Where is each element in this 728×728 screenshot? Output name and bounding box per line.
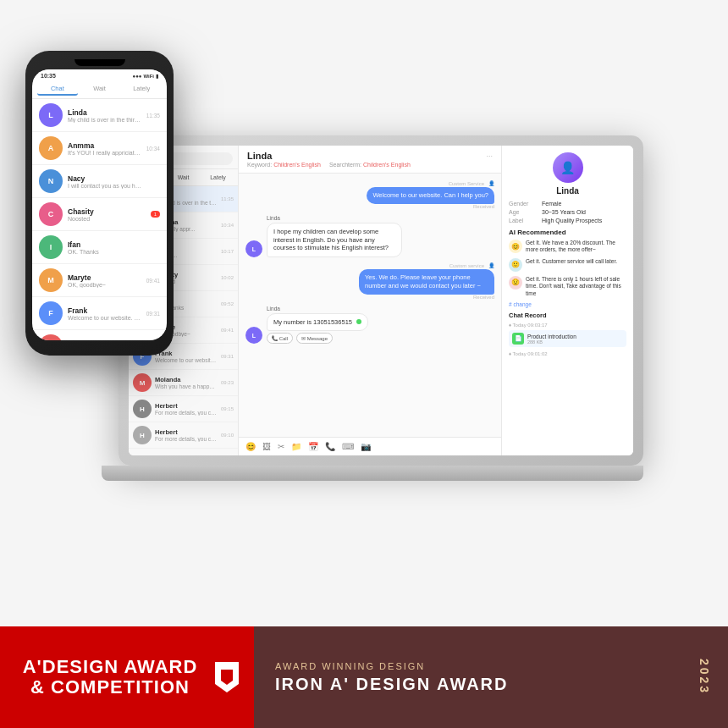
record-file-icon: 📄 bbox=[512, 333, 524, 345]
right-panel-name: Linda bbox=[509, 186, 626, 196]
msg-bubble-2: I hope my children can develop some inte… bbox=[267, 223, 402, 257]
keyboard-icon[interactable]: ⌨ bbox=[342, 442, 354, 451]
record-time-2: ♦ Today 09:01:02 bbox=[509, 351, 626, 356]
camera-icon[interactable]: 📷 bbox=[361, 442, 371, 451]
info-label: Label High Quality Prospects bbox=[509, 218, 626, 223]
msg-avatar-4: L bbox=[245, 327, 262, 344]
phone-tab-lately[interactable]: Lately bbox=[121, 83, 162, 96]
record-time-1: ♦ Today 09:03:17 bbox=[509, 323, 626, 328]
info-age: Age 30~35 Years Old bbox=[509, 209, 626, 215]
sidebar-avatar-herbert: H bbox=[133, 400, 152, 418]
ai-item-3[interactable]: 😟 Get it. There is only 1 hours left of … bbox=[509, 276, 626, 297]
ai-recommended-title: AI Recommended bbox=[509, 229, 626, 236]
phone-tab-wait[interactable]: Wait bbox=[80, 83, 120, 96]
scissors-icon[interactable]: ✂ bbox=[278, 442, 284, 451]
phone-avatar-5: I bbox=[39, 235, 63, 259]
main-area: 10:35 ●●● WiFi ▮ Chat Wait Lately L bbox=[0, 0, 728, 626]
msg-row-3: Custom service 👤 Yes. We do. Please leav… bbox=[245, 262, 494, 301]
phone-list-item-3[interactable]: N Nacy I will contact you as you have fr… bbox=[32, 165, 167, 198]
ai-icon-sad: 😟 bbox=[509, 276, 522, 290]
call-button[interactable]: 📞 Call bbox=[267, 333, 293, 344]
phone-tab-chat[interactable]: Chat bbox=[37, 83, 78, 96]
msg-row-1: Custom Service 👤 Welcome to our website.… bbox=[245, 180, 494, 210]
phone-avatar-8: M bbox=[39, 334, 63, 340]
msg-bubble-3: Yes. We do. Please leave your phone numb… bbox=[359, 269, 494, 295]
phone-avatar-3: N bbox=[39, 169, 63, 193]
info-gender: Gender Female bbox=[509, 201, 626, 207]
banner-title-line1: A'DESIGN AWARD bbox=[23, 657, 198, 677]
laptop-body: 🔍 Search Chat Wait Lately L Linda bbox=[119, 135, 643, 466]
phone-chat-info-3: Nacy I will contact you as you have free… bbox=[68, 174, 155, 189]
phone-avatar-7: F bbox=[39, 301, 63, 325]
ai-item-1[interactable]: 😊 Get It. We have a 20% discount. The mo… bbox=[509, 240, 626, 254]
phone-avatar-2: A bbox=[39, 136, 63, 160]
laptop-right-panel: 👤 Linda Gender Female Age 30~35 Years Ol… bbox=[502, 146, 633, 455]
phone-list-item-2[interactable]: A Anmma It's YOU! I really appriciate it… bbox=[32, 132, 167, 165]
phone-time: 10:35 bbox=[41, 73, 56, 79]
laptop-base bbox=[102, 466, 643, 481]
phone-status-icons: ●●● WiFi ▮ bbox=[133, 73, 158, 79]
right-panel-avatar: 👤 bbox=[553, 152, 583, 183]
phone-chat-info-4: Chasity Noosted bbox=[68, 207, 146, 222]
bottom-banner: A'DESIGN AWARD & COMPETITION AWARD WINNI… bbox=[0, 626, 728, 728]
phone-chat-info-2: Anmma It's YOU! I really appriciate it, … bbox=[68, 141, 141, 156]
laptop-mockup: 🔍 Search Chat Wait Lately L Linda bbox=[119, 135, 643, 491]
sidebar-avatar-molanda: M bbox=[133, 373, 152, 392]
msg-avatar-2: L bbox=[245, 240, 262, 257]
award-year: 2023 bbox=[698, 659, 711, 695]
sidebar-avatar-herbert2: H bbox=[133, 426, 152, 444]
phone-chat-info-1: Linda My child is over in the third grad… bbox=[68, 108, 141, 123]
award-main-title: IRON A' DESIGN AWARD bbox=[275, 675, 509, 694]
image-icon[interactable]: 🖼 bbox=[262, 442, 271, 451]
laptop-screen: 🔍 Search Chat Wait Lately L Linda bbox=[129, 146, 633, 455]
ai-icon-neutral: 🙂 bbox=[509, 258, 522, 272]
phone-list-item-6[interactable]: M Maryte OK, goodbye~ 09:41 bbox=[32, 264, 167, 297]
ai-item-2[interactable]: 🙂 Get it. Customer service will call lat… bbox=[509, 258, 626, 272]
record-item-1[interactable]: 📄 Product introduction 288 KB bbox=[509, 330, 626, 347]
chat-menu-icon[interactable]: ··· bbox=[486, 152, 493, 160]
award-subtitle: AWARD WINNING DESIGN bbox=[275, 661, 509, 671]
folder-icon[interactable]: 📁 bbox=[291, 442, 301, 451]
emoji-icon[interactable]: 😊 bbox=[245, 442, 256, 451]
phone-list-item-7[interactable]: F Frank Welcome to our website. Can I he… bbox=[32, 297, 167, 330]
phone-chat-info-5: Ifan OK. Thanks bbox=[68, 240, 155, 255]
logo-inner bbox=[221, 670, 233, 685]
phone-avatar-6: M bbox=[39, 268, 63, 292]
calendar-icon[interactable]: 📅 bbox=[308, 442, 318, 451]
chat-toolbar: 😊 🖼 ✂ 📁 📅 📞 ⌨ 📷 bbox=[239, 437, 501, 455]
msg-bubble-4: My number is 13051536515 bbox=[267, 313, 368, 332]
phone-list-item-8[interactable]: M Molanda Wish you have a happy life... … bbox=[32, 330, 167, 340]
message-button[interactable]: ✉ Message bbox=[296, 333, 333, 344]
sidebar-item-molanda[interactable]: M Molanda Wish you have a happy life... … bbox=[129, 370, 238, 396]
phone-list-item-5[interactable]: I Ifan OK. Thanks bbox=[32, 231, 167, 264]
phone-notch bbox=[74, 59, 125, 66]
chat-contact-name: Linda bbox=[247, 151, 272, 161]
sidebar-tab-lately[interactable]: Lately bbox=[201, 173, 234, 182]
sidebar-item-herbert2[interactable]: H Herbert For more details, you can late… bbox=[129, 422, 238, 449]
sidebar-item-herbert[interactable]: H Herbert For more details, you can late… bbox=[129, 396, 238, 422]
chat-record-title: Chat Record bbox=[509, 312, 626, 319]
phone-chat-list: L Linda My child is over in the third gr… bbox=[32, 99, 167, 340]
msg-bubble-1: Welcome to our website. Can I help you? bbox=[367, 187, 494, 204]
banner-left: A'DESIGN AWARD & COMPETITION bbox=[0, 626, 254, 728]
msg-row-4: L Linda My number is 13051536515 📞 Call … bbox=[245, 306, 494, 345]
design-award-logo bbox=[215, 662, 239, 692]
banner-title-line2: & COMPETITION bbox=[23, 677, 198, 698]
phone-body: 10:35 ●●● WiFi ▮ Chat Wait Lately L bbox=[25, 51, 174, 356]
phone-screen: 10:35 ●●● WiFi ▮ Chat Wait Lately L bbox=[32, 69, 167, 340]
phone-tabs: Chat Wait Lately bbox=[32, 80, 167, 99]
phone-mockup: 10:35 ●●● WiFi ▮ Chat Wait Lately L bbox=[25, 51, 174, 356]
phone-avatar-1: L bbox=[39, 103, 63, 127]
phone-status-bar: 10:35 ●●● WiFi ▮ bbox=[32, 69, 167, 80]
phone-icon[interactable]: 📞 bbox=[325, 442, 335, 451]
ai-icon-happy: 😊 bbox=[509, 240, 522, 253]
phone-list-item-4[interactable]: C Chasity Noosted 1 bbox=[32, 198, 167, 231]
phone-avatar-4: C bbox=[39, 202, 63, 226]
laptop-main-chat: Linda ··· Keyword: Children's English Se… bbox=[239, 146, 502, 455]
chat-meta: Keyword: Children's English Searchterm: … bbox=[247, 162, 493, 168]
chat-header: Linda ··· Keyword: Children's English Se… bbox=[239, 146, 501, 174]
phone-chat-info-7: Frank Welcome to our website. Can I he..… bbox=[68, 306, 141, 321]
online-dot bbox=[356, 319, 361, 324]
phone-list-item-1[interactable]: L Linda My child is over in the third gr… bbox=[32, 99, 167, 132]
change-button[interactable]: # change bbox=[509, 301, 626, 307]
